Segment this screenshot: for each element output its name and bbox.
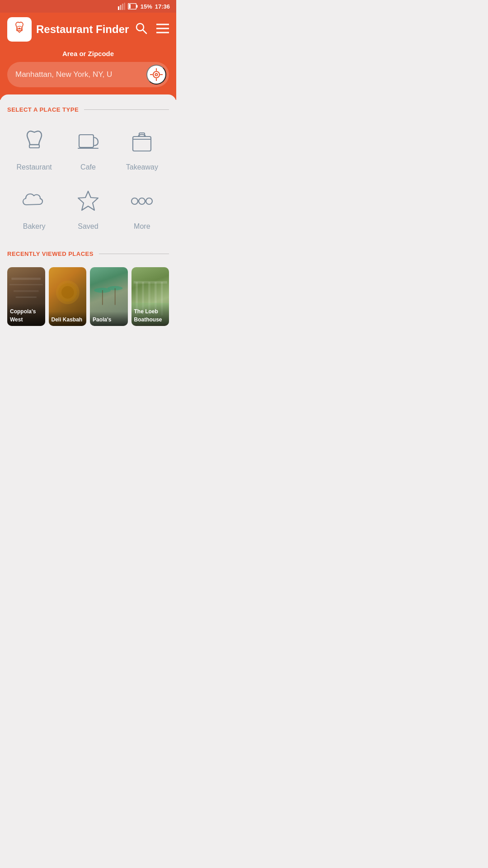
svg-rect-20 [29,145,39,148]
place-type-takeaway[interactable]: Takeaway [115,123,169,178]
place-type-bakery-label: Bakery [23,222,46,231]
paolas-overlay: Paola's [90,311,128,326]
coppolas-overlay: Coppola's West [7,303,45,326]
bag-icon [128,129,155,158]
coppolas-name: Coppola's West [10,308,36,323]
status-bar: 15% 17:36 [0,0,176,13]
coffee-cup-icon [75,129,102,158]
place-type-section-header: SELECT A PLACE TYPE [7,106,169,113]
crosshair-icon [150,68,163,81]
svg-rect-5 [129,4,131,9]
place-type-title: SELECT A PLACE TYPE [7,106,79,113]
main-content: SELECT A PLACE TYPE Restaurant [0,94,176,335]
battery-level: 15% [141,3,152,10]
recent-item-coppolas[interactable]: Coppola's West [7,267,45,326]
time: 17:36 [155,3,170,10]
more-dots-icon [128,189,155,217]
signal-icon [118,3,125,10]
svg-line-10 [143,30,146,33]
svg-point-8 [19,28,20,29]
header: Restaurant Finder Area or Zipcode Manhat… [0,13,176,100]
star-icon [75,189,102,217]
search-input-value[interactable]: Manhattan, New York, NY, U [15,70,146,79]
place-type-cafe-label: Cafe [80,163,96,171]
deli-name: Deli Kasbah [52,316,83,323]
recent-item-loeb[interactable]: The Loeb Boathouse [131,267,169,326]
svg-point-15 [155,74,158,76]
svg-rect-3 [124,3,125,10]
recent-item-paolas[interactable]: Paola's [90,267,128,326]
loeb-name: The Loeb Boathouse [134,308,162,323]
svg-rect-31 [9,284,43,285]
header-icons [135,22,169,38]
logo-area: Restaurant Finder [7,17,129,42]
search-label: Area or Zipcode [7,50,169,57]
recently-viewed-header: RECENTLY VIEWED PLACES [7,250,169,257]
svg-rect-0 [118,6,119,10]
svg-rect-21 [79,135,94,147]
svg-rect-23 [133,137,151,151]
logo-icon [11,21,28,38]
loeb-overlay: The Loeb Boathouse [131,303,169,326]
deli-overlay: Deli Kasbah [49,311,87,326]
svg-rect-1 [120,5,121,10]
menu-icon[interactable] [156,23,169,37]
app-title: Restaurant Finder [36,23,129,36]
recently-viewed-title: RECENTLY VIEWED PLACES [7,250,94,257]
svg-rect-30 [11,278,41,280]
svg-rect-6 [136,5,138,8]
search-bar[interactable]: Manhattan, New York, NY, U [7,62,169,87]
place-type-more[interactable]: More [115,182,169,237]
paolas-name: Paola's [93,316,112,323]
place-type-saved[interactable]: Saved [61,182,115,237]
svg-rect-33 [16,297,37,298]
svg-point-27 [131,198,138,204]
place-type-restaurant-label: Restaurant [17,163,52,171]
battery-icon [128,3,138,9]
svg-rect-46 [133,281,167,284]
place-type-restaurant[interactable]: Restaurant [7,123,61,178]
svg-point-36 [61,286,74,299]
place-type-bakery[interactable]: Bakery [7,182,61,237]
recently-section-divider [99,254,169,254]
place-type-more-label: More [134,222,150,231]
search-icon[interactable] [135,22,147,38]
cloud-icon [21,189,48,217]
location-button[interactable] [146,65,166,85]
app-logo [7,17,32,42]
svg-rect-32 [14,290,39,292]
svg-point-29 [146,198,152,204]
place-types-grid: Restaurant Cafe [7,123,169,237]
recently-viewed-grid: Coppola's West Deli Kasbah [7,267,169,326]
chef-hat-icon [21,129,48,158]
place-type-saved-label: Saved [78,222,98,231]
recently-viewed-section: RECENTLY VIEWED PLACES Coppola's West [7,250,169,326]
section-divider [84,109,169,110]
svg-rect-2 [122,4,123,10]
place-type-cafe[interactable]: Cafe [61,123,115,178]
recent-item-deli[interactable]: Deli Kasbah [49,267,87,326]
svg-point-28 [139,198,145,204]
svg-marker-26 [78,191,98,210]
svg-point-14 [153,71,160,78]
place-type-takeaway-label: Takeaway [126,163,158,171]
